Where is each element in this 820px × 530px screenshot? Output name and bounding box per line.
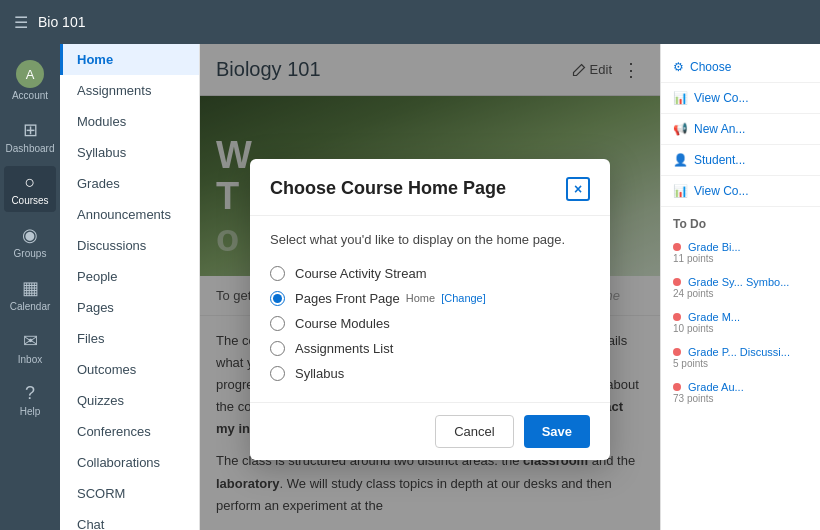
modal-close-button[interactable]: × bbox=[566, 177, 590, 201]
top-bar: ☰ Bio 101 bbox=[0, 0, 820, 44]
change-link[interactable]: [Change] bbox=[441, 292, 486, 304]
nav-item-quizzes[interactable]: Quizzes bbox=[60, 385, 199, 416]
dashboard-icon: ⊞ bbox=[23, 119, 38, 141]
todo-item-1[interactable]: Grade Bi... 11 points bbox=[661, 235, 820, 270]
sidebar-item-inbox[interactable]: ✉ Inbox bbox=[4, 324, 56, 371]
courses-label: Courses bbox=[11, 195, 48, 206]
account-label: Account bbox=[12, 90, 48, 101]
nav-item-syllabus[interactable]: Syllabus bbox=[60, 137, 199, 168]
nav-item-outcomes[interactable]: Outcomes bbox=[60, 354, 199, 385]
todo-pts-2: 24 points bbox=[673, 288, 808, 299]
nav-item-modules[interactable]: Modules bbox=[60, 106, 199, 137]
nav-item-scorm[interactable]: SCORM bbox=[60, 478, 199, 509]
todo-dot-4 bbox=[673, 348, 681, 356]
nav-item-discussions[interactable]: Discussions bbox=[60, 230, 199, 261]
choose-home-page-modal: Choose Course Home Page × Select what yo… bbox=[250, 159, 610, 460]
chart-icon: 📊 bbox=[673, 91, 688, 105]
radio-syllabus-label: Syllabus bbox=[295, 366, 344, 381]
help-icon: ? bbox=[25, 383, 35, 404]
radio-pages-input[interactable] bbox=[270, 291, 285, 306]
hamburger-icon[interactable]: ☰ bbox=[14, 13, 28, 32]
student-icon: 👤 bbox=[673, 153, 688, 167]
modal-body: Select what you'd like to display on the… bbox=[250, 216, 610, 402]
nav-item-announcements[interactable]: Announcements bbox=[60, 199, 199, 230]
gear-icon: ⚙ bbox=[673, 60, 684, 74]
todo-item-2[interactable]: Grade Sy... Symbo... 24 points bbox=[661, 270, 820, 305]
todo-title-4: Grade P... Discussi... bbox=[688, 346, 790, 358]
nav-item-people[interactable]: People bbox=[60, 261, 199, 292]
radio-pages-front[interactable]: Pages Front Page Home [Change] bbox=[270, 286, 590, 311]
save-button[interactable]: Save bbox=[524, 415, 590, 448]
chart2-icon: 📊 bbox=[673, 184, 688, 198]
inbox-label: Inbox bbox=[18, 354, 42, 365]
radio-assignments[interactable]: Assignments List bbox=[270, 336, 590, 361]
nav-item-assignments[interactable]: Assignments bbox=[60, 75, 199, 106]
nav-item-chat[interactable]: Chat bbox=[60, 509, 199, 530]
radio-activity-stream[interactable]: Course Activity Stream bbox=[270, 261, 590, 286]
groups-label: Groups bbox=[14, 248, 47, 259]
todo-title-5: Grade Au... bbox=[688, 381, 744, 393]
todo-title-1: Grade Bi... bbox=[688, 241, 741, 253]
todo-pts-3: 10 points bbox=[673, 323, 808, 334]
radio-assignments-input[interactable] bbox=[270, 341, 285, 356]
cancel-button[interactable]: Cancel bbox=[435, 415, 513, 448]
sidebar-item-calendar[interactable]: ▦ Calendar bbox=[4, 271, 56, 318]
student-button[interactable]: 👤 Student... bbox=[661, 145, 820, 176]
new-an-label: New An... bbox=[694, 122, 745, 136]
todo-dot-5 bbox=[673, 383, 681, 391]
sidebar-item-groups[interactable]: ◉ Groups bbox=[4, 218, 56, 265]
account-icon: A bbox=[16, 60, 44, 88]
radio-pages-label: Pages Front Page bbox=[295, 291, 400, 306]
view-co2-label: View Co... bbox=[694, 184, 748, 198]
modal-description: Select what you'd like to display on the… bbox=[270, 232, 590, 247]
modal-footer: Cancel Save bbox=[250, 402, 610, 460]
main-content: Biology 101 Edit ⋮ WTo To get... ▓▓▓▓▓▓▓… bbox=[200, 44, 660, 530]
radio-activity-input[interactable] bbox=[270, 266, 285, 281]
todo-item-3[interactable]: Grade M... 10 points bbox=[661, 305, 820, 340]
dashboard-label: Dashboard bbox=[6, 143, 55, 154]
announcement-icon: 📢 bbox=[673, 122, 688, 136]
todo-title-2: Grade Sy... Symbo... bbox=[688, 276, 789, 288]
nav-sidebar: Home Assignments Modules Syllabus Grades… bbox=[60, 44, 200, 530]
radio-modules-input[interactable] bbox=[270, 316, 285, 331]
home-badge: Home bbox=[406, 292, 435, 304]
new-announcement-button[interactable]: 📢 New An... bbox=[661, 114, 820, 145]
todo-dot-1 bbox=[673, 243, 681, 251]
nav-item-home[interactable]: Home bbox=[60, 44, 199, 75]
todo-item-4[interactable]: Grade P... Discussi... 5 points bbox=[661, 340, 820, 375]
todo-item-5[interactable]: Grade Au... 73 points bbox=[661, 375, 820, 410]
nav-item-collaborations[interactable]: Collaborations bbox=[60, 447, 199, 478]
view-course-button[interactable]: 📊 View Co... bbox=[661, 83, 820, 114]
modal-overlay: Choose Course Home Page × Select what yo… bbox=[200, 44, 660, 530]
todo-dot-3 bbox=[673, 313, 681, 321]
radio-pages-group: Pages Front Page Home [Change] bbox=[295, 291, 486, 306]
modal-title: Choose Course Home Page bbox=[270, 178, 506, 199]
view-course-2-button[interactable]: 📊 View Co... bbox=[661, 176, 820, 207]
todo-title-3: Grade M... bbox=[688, 311, 740, 323]
todo-pts-5: 73 points bbox=[673, 393, 808, 404]
radio-activity-label: Course Activity Stream bbox=[295, 266, 427, 281]
todo-pts-4: 5 points bbox=[673, 358, 808, 369]
radio-modules-label: Course Modules bbox=[295, 316, 390, 331]
sidebar-item-dashboard[interactable]: ⊞ Dashboard bbox=[4, 113, 56, 160]
right-panel: ⚙ Choose 📊 View Co... 📢 New An... 👤 Stud… bbox=[660, 44, 820, 530]
view-course-label: View Co... bbox=[694, 91, 748, 105]
todo-pts-1: 11 points bbox=[673, 253, 808, 264]
sidebar-item-help[interactable]: ? Help bbox=[4, 377, 56, 423]
sidebar-item-account[interactable]: A Account bbox=[4, 54, 56, 107]
nav-item-conferences[interactable]: Conferences bbox=[60, 416, 199, 447]
todo-dot-2 bbox=[673, 278, 681, 286]
nav-item-grades[interactable]: Grades bbox=[60, 168, 199, 199]
todo-section-header: To Do bbox=[661, 207, 820, 235]
nav-item-pages[interactable]: Pages bbox=[60, 292, 199, 323]
help-label: Help bbox=[20, 406, 41, 417]
choose-button[interactable]: ⚙ Choose bbox=[661, 52, 820, 83]
radio-syllabus[interactable]: Syllabus bbox=[270, 361, 590, 386]
radio-syllabus-input[interactable] bbox=[270, 366, 285, 381]
calendar-icon: ▦ bbox=[22, 277, 39, 299]
courses-icon: ○ bbox=[25, 172, 36, 193]
nav-item-files[interactable]: Files bbox=[60, 323, 199, 354]
modal-header: Choose Course Home Page × bbox=[250, 159, 610, 216]
radio-modules[interactable]: Course Modules bbox=[270, 311, 590, 336]
sidebar-item-courses[interactable]: ○ Courses bbox=[4, 166, 56, 212]
